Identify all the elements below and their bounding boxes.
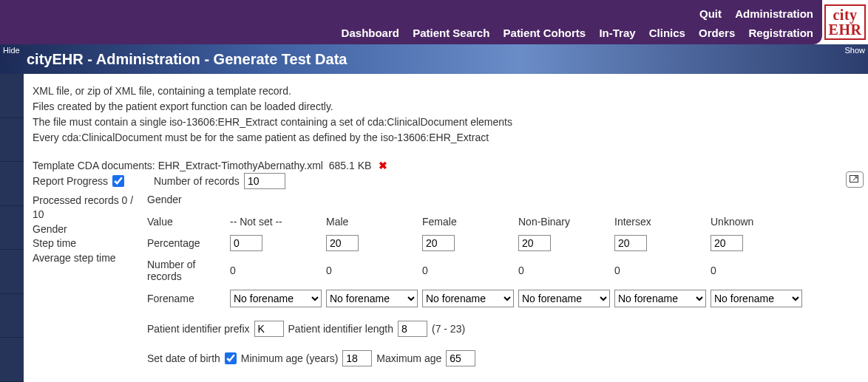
dob-set-checkbox[interactable] [225, 352, 237, 364]
report-progress-label: Report Progress [33, 175, 108, 187]
template-label: Template CDA documents: [33, 160, 155, 171]
sidebar-slot[interactable] [0, 162, 24, 206]
col-header-intersex: Intersex [614, 216, 711, 228]
forename-male[interactable]: No forename [326, 290, 418, 307]
instruction-line: XML file, or zip of XML file, containing… [33, 84, 850, 98]
row-label-value: Value [147, 216, 230, 228]
pid-length-input[interactable] [398, 321, 427, 337]
nav-quit[interactable]: Quit [699, 7, 722, 20]
sidebar-slot[interactable] [0, 294, 24, 338]
pct-notset[interactable] [230, 235, 262, 251]
gender-section-title: Gender [147, 194, 850, 205]
stats-avg-step-time: Average step time [33, 251, 147, 266]
sidebar-slot[interactable] [0, 206, 24, 250]
nav-administration[interactable]: Administration [735, 7, 813, 20]
show-button[interactable]: Show [844, 46, 865, 55]
col-header-male: Male [326, 216, 422, 228]
hide-button[interactable]: Hide [3, 46, 20, 55]
sidebar-slot[interactable] [0, 74, 24, 118]
dob-max-input[interactable] [446, 350, 475, 366]
nav-dashboard[interactable]: Dashboard [342, 27, 399, 39]
popup-icon[interactable] [846, 171, 864, 188]
progress-stats: Processed records 0 / 10 Gender Step tim… [33, 194, 147, 366]
col-header-notset: -- Not set -- [230, 216, 326, 228]
gender-grid: Value -- Not set -- Male Female Non-Bina… [147, 216, 850, 307]
pid-length-label: Patient identifier length [288, 323, 393, 335]
forename-notset[interactable]: No forename [230, 290, 322, 307]
logo-area: city EHR [822, 0, 868, 44]
pct-female[interactable] [422, 235, 455, 251]
instruction-line: Every cda:ClinicalDocument must be for t… [33, 131, 850, 145]
logo-top: city [829, 7, 862, 22]
report-progress-checkbox[interactable] [112, 175, 124, 187]
nr-unknown: 0 [711, 265, 807, 276]
nr-male: 0 [326, 265, 422, 276]
sidebar-slot[interactable] [0, 338, 24, 382]
num-records-input[interactable] [244, 173, 285, 189]
dob-min-input[interactable] [342, 350, 372, 366]
nav-orders[interactable]: Orders [699, 27, 735, 39]
col-header-nonbinary: Non-Binary [518, 216, 614, 228]
content-area: XML file, or zip of XML file, containing… [24, 74, 868, 382]
col-header-unknown: Unknown [711, 216, 807, 228]
row-label-numrecords: Number of records [147, 259, 230, 282]
forename-female[interactable]: No forename [422, 290, 514, 307]
pct-unknown[interactable] [711, 235, 743, 251]
logo: city EHR [824, 4, 867, 40]
pct-male[interactable] [326, 235, 359, 251]
num-records-label: Number of records [154, 175, 240, 187]
top-bar: Quit Administration Dashboard Patient Se… [0, 0, 822, 44]
dob-min-label: Minimum age (years) [241, 352, 338, 364]
nr-female: 0 [422, 265, 518, 276]
remove-file-icon[interactable]: ✖ [379, 160, 387, 171]
row-label-forename: Forename [147, 293, 230, 304]
forename-intersex[interactable]: No forename [614, 290, 706, 307]
dob-set-label: Set date of birth [147, 352, 220, 364]
dob-max-label: Maximum age [376, 352, 441, 364]
template-filename: EHR_Extract-TimothyAbernathy.xml [158, 160, 323, 171]
page-subheader: Hide cityEHR - Administration - Generate… [0, 44, 868, 74]
pid-length-hint: (7 - 23) [432, 323, 465, 335]
logo-bottom: EHR [829, 22, 862, 37]
nav-in-tray[interactable]: In-Tray [599, 27, 635, 39]
instructions: XML file, or zip of XML file, containing… [33, 84, 850, 145]
nav-patient-search[interactable]: Patient Search [413, 27, 489, 39]
pid-prefix-label: Patient identifier prefix [147, 323, 250, 335]
row-label-percentage: Percentage [147, 237, 230, 249]
nr-intersex: 0 [614, 265, 711, 276]
processed-records: Processed records 0 / 10 [33, 194, 147, 222]
forename-nonbinary[interactable]: No forename [518, 290, 610, 307]
nav-clinics[interactable]: Clinics [649, 27, 685, 39]
col-header-female: Female [422, 216, 518, 228]
left-sidebar [0, 74, 24, 382]
stats-step-time: Step time [33, 236, 147, 251]
nav-patient-cohorts[interactable]: Patient Cohorts [503, 27, 586, 39]
template-size: 685.1 KB [329, 160, 372, 171]
instruction-line: Files created by the patient export func… [33, 100, 850, 114]
nr-notset: 0 [230, 265, 326, 276]
pid-prefix-input[interactable] [254, 321, 284, 337]
page-title: cityEHR - Administration - Generate Test… [27, 51, 347, 68]
stats-gender: Gender [33, 222, 147, 237]
nav-registration[interactable]: Registration [748, 27, 813, 39]
pct-intersex[interactable] [614, 235, 647, 251]
popup-arrow-icon [850, 175, 860, 184]
instruction-line: The file must contain a single iso-13606… [33, 115, 850, 129]
sidebar-slot[interactable] [0, 118, 24, 163]
nr-nonbinary: 0 [518, 265, 614, 276]
forename-unknown[interactable]: No forename [711, 290, 802, 307]
pct-nonbinary[interactable] [518, 235, 551, 251]
template-file-row: Template CDA documents: EHR_Extract-Timo… [33, 160, 850, 171]
sidebar-slot[interactable] [0, 250, 24, 294]
